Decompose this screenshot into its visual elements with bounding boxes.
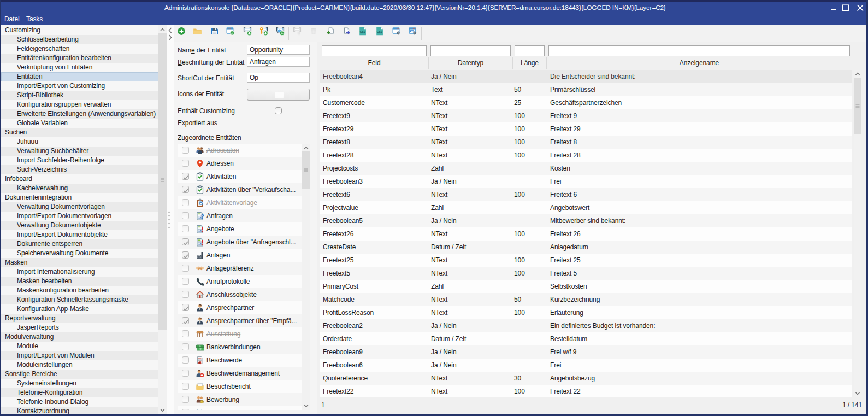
svg-text:?: ? [200, 213, 204, 220]
svg-text:!: ! [201, 239, 203, 247]
svg-text:!: ! [201, 226, 203, 233]
svg-text:CSV: CSV [377, 30, 383, 33]
svg-text:CSV: CSV [360, 30, 366, 33]
